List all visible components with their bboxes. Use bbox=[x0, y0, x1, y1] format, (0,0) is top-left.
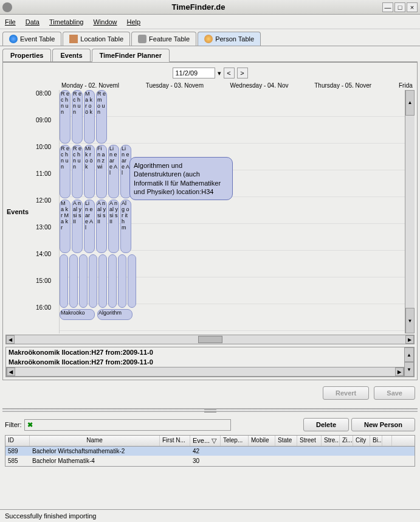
event-block[interactable]: A n al y si s II bbox=[96, 200, 107, 253]
subtab-properties[interactable]: Properties bbox=[2, 49, 51, 61]
th-firstname[interactable]: First N... bbox=[160, 436, 190, 446]
event-block[interactable]: Li n e ar e Al bbox=[84, 200, 95, 253]
menu-data[interactable]: Data bbox=[26, 18, 40, 26]
table-row[interactable]: 589 Bachelor Wirtschaftsmathematik-2 42 bbox=[5, 447, 415, 456]
cell-id: 589 bbox=[5, 447, 30, 456]
planner-panel: ▾ < > Monday - 02. Noveml Tuesday - 03. … bbox=[2, 62, 418, 380]
clock-icon bbox=[9, 35, 18, 43]
time-label: 14:00 bbox=[5, 251, 59, 277]
maximize-button[interactable]: □ bbox=[394, 2, 405, 12]
cell-firstname bbox=[160, 456, 190, 465]
event-block[interactable]: Fi n a n z wi bbox=[96, 145, 107, 198]
tab-feature-table[interactable]: Feature Table bbox=[131, 32, 196, 46]
date-dropdown-icon[interactable]: ▾ bbox=[218, 69, 221, 77]
calendar-header: Monday - 02. Noveml Tuesday - 03. Novem … bbox=[59, 81, 415, 90]
revert-button[interactable]: Revert bbox=[323, 386, 369, 400]
th-mobile[interactable]: Mobile bbox=[249, 436, 275, 446]
tab-event-table[interactable]: Event Table bbox=[2, 32, 61, 46]
time-label: 11:00 bbox=[5, 170, 59, 197]
th-events[interactable]: Eve... ▽ bbox=[190, 436, 221, 446]
th-name[interactable]: Name bbox=[30, 436, 160, 446]
filter-input[interactable] bbox=[34, 421, 229, 428]
next-button[interactable]: > bbox=[237, 68, 248, 78]
event-block[interactable]: R e c h n u n bbox=[60, 145, 71, 198]
th-telephone[interactable]: Telep... bbox=[221, 436, 249, 446]
main-tabs: Event Table Location Table Feature Table… bbox=[0, 29, 420, 46]
date-input[interactable] bbox=[173, 68, 215, 78]
th-stre[interactable]: Stre... bbox=[322, 436, 340, 446]
event-block[interactable]: R e c h n u n bbox=[72, 145, 83, 198]
event-block[interactable]: M a kr M a kr bbox=[60, 200, 71, 253]
time-label: 15:00 bbox=[5, 277, 59, 304]
day-header-thu: Thursday - 05. Nover bbox=[312, 81, 396, 90]
clear-filter-icon[interactable]: ✖ bbox=[27, 421, 33, 429]
calendar-hscrollbar[interactable]: ◀ ▶ bbox=[5, 335, 415, 344]
event-block[interactable]: Al g or it h m bbox=[120, 200, 131, 253]
menu-file[interactable]: File bbox=[5, 18, 16, 26]
calendar-vscrollbar[interactable]: ▲ ▼ bbox=[405, 90, 415, 333]
scroll-down-icon[interactable]: ▼ bbox=[405, 308, 415, 333]
event-block[interactable] bbox=[108, 254, 117, 308]
event-block[interactable]: R e m o u n bbox=[96, 90, 107, 144]
th-street[interactable]: Street bbox=[297, 436, 322, 446]
calendar-grid[interactable]: R e c h n u n R e c h n u n M a k r o ö … bbox=[59, 90, 415, 333]
event-block[interactable]: Li n e ar e Al bbox=[108, 145, 119, 198]
scroll-right-icon[interactable]: ▶ bbox=[405, 335, 414, 344]
detail-item[interactable]: Makroökonomik Ilocation:H27 from:2009-11… bbox=[6, 357, 404, 367]
event-block[interactable]: M a k r o ö k bbox=[84, 90, 95, 144]
event-block[interactable] bbox=[98, 254, 107, 308]
event-block[interactable] bbox=[60, 254, 68, 308]
event-block[interactable]: Makroöko bbox=[60, 309, 95, 320]
event-block[interactable]: A n al y si s II bbox=[108, 200, 119, 253]
scrollbar-thumb[interactable] bbox=[198, 336, 222, 343]
sub-tabs: Properties Events TimeFinder Planner bbox=[2, 49, 418, 62]
detail-item[interactable]: Makroökonomik Ilocation:H27 from:2009-11… bbox=[6, 347, 404, 357]
table-row[interactable]: 585 Bachelor Mathematik-4 30 bbox=[5, 456, 415, 466]
scroll-left-icon[interactable]: ◀ bbox=[6, 335, 15, 344]
time-label: 09:00 bbox=[5, 117, 59, 144]
event-block[interactable]: Mi k r o ö k bbox=[84, 145, 95, 198]
scroll-up-icon[interactable]: ▲ bbox=[405, 90, 415, 116]
tab-person-table[interactable]: Person Table bbox=[198, 32, 261, 46]
events-label: Events bbox=[7, 208, 29, 215]
th-zip[interactable]: Zi... bbox=[340, 436, 353, 446]
house-icon bbox=[69, 35, 78, 43]
time-label: 13:00 bbox=[5, 224, 59, 251]
event-block[interactable]: R e c h n u n bbox=[72, 90, 83, 144]
menu-timetabling[interactable]: Timetabling bbox=[49, 18, 83, 26]
menu-help[interactable]: Help bbox=[127, 18, 141, 26]
event-block[interactable]: Algorithm bbox=[97, 309, 133, 320]
th-city[interactable]: City bbox=[353, 436, 370, 446]
minimize-button[interactable]: — bbox=[382, 2, 393, 12]
event-block[interactable]: A n al y si s II bbox=[72, 200, 83, 253]
event-block[interactable] bbox=[69, 254, 78, 308]
time-label: 08:00 bbox=[5, 90, 59, 117]
close-button[interactable]: × bbox=[407, 2, 418, 12]
time-label: 16:00 bbox=[5, 304, 59, 331]
th-id[interactable]: ID bbox=[5, 436, 30, 446]
event-block[interactable] bbox=[128, 254, 136, 308]
titlebar: TimeFinder.de — □ × bbox=[0, 0, 420, 15]
menu-window[interactable]: Window bbox=[93, 18, 117, 26]
event-block[interactable] bbox=[89, 254, 97, 308]
prev-button[interactable]: < bbox=[224, 68, 235, 78]
delete-button[interactable]: Delete bbox=[303, 418, 349, 431]
save-button[interactable]: Save bbox=[374, 386, 415, 400]
event-block[interactable]: R e c h n u n bbox=[60, 90, 71, 144]
detail-vscrollbar[interactable]: ▲ ▼ bbox=[404, 347, 414, 377]
subtab-planner[interactable]: TimeFinder Planner bbox=[92, 49, 170, 62]
th-bi[interactable]: Bi... bbox=[370, 436, 382, 446]
th-scroll bbox=[382, 436, 392, 446]
new-person-button[interactable]: New Person bbox=[351, 418, 415, 431]
tab-location-table[interactable]: Location Table bbox=[63, 32, 130, 46]
event-block[interactable] bbox=[118, 254, 126, 308]
detail-list: Makroökonomik Ilocation:H27 from:2009-11… bbox=[5, 347, 415, 377]
split-divider[interactable] bbox=[2, 408, 418, 412]
scroll-left-icon[interactable]: ◀ bbox=[7, 367, 15, 376]
scroll-right-icon[interactable]: ▶ bbox=[395, 367, 404, 376]
event-block[interactable] bbox=[79, 254, 88, 308]
subtab-events[interactable]: Events bbox=[52, 49, 90, 61]
scroll-up-icon[interactable]: ▲ bbox=[404, 347, 414, 362]
scroll-down-icon[interactable]: ▼ bbox=[404, 362, 414, 377]
th-state[interactable]: State bbox=[275, 436, 297, 446]
